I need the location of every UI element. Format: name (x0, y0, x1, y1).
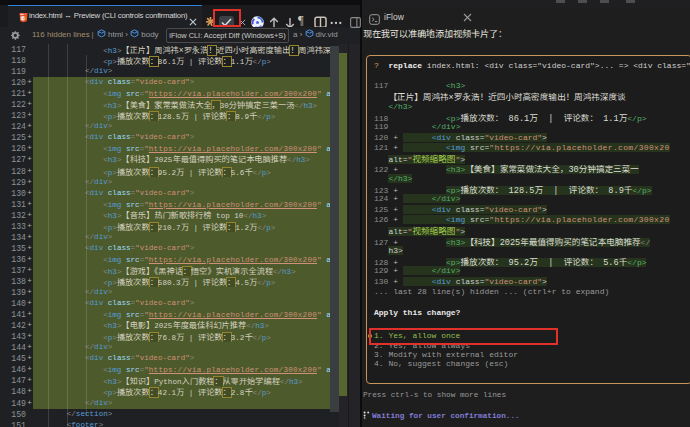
svg-text:5: 5 (22, 15, 25, 21)
